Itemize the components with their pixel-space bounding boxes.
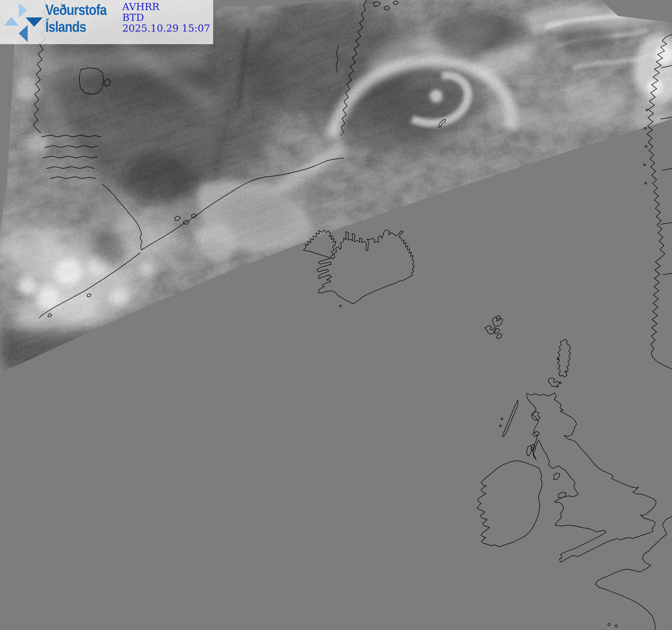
org-name: Veðurstofa Íslands	[45, 1, 106, 35]
coastline-norway-islet	[645, 182, 647, 184]
coastline-vestmannaeyjar	[339, 305, 341, 307]
satellite-swath	[0, 0, 672, 630]
logo-triangle-down-icon	[26, 17, 43, 27]
product-channel: BTD	[122, 12, 210, 23]
coastline-norway-fjord	[663, 273, 672, 275]
logo-triangle-left-icon	[19, 25, 28, 42]
faroe-isle	[492, 317, 503, 326]
grain-noise-layer	[0, 0, 672, 630]
coastline-norway-islet	[645, 146, 647, 147]
faroe-isle	[494, 328, 500, 334]
coastline-iceland	[303, 230, 414, 304]
org-name-line2: Íslands	[45, 18, 106, 35]
coastline-orkney-islet	[559, 382, 561, 384]
coastline-skye	[532, 412, 541, 420]
coastline-faroe	[485, 315, 503, 339]
logo-triangle-up-icon	[4, 17, 19, 26]
org-name-line1: Veðurstofa	[45, 1, 106, 18]
coastline-great-britain	[527, 393, 656, 562]
satellite-image	[0, 0, 672, 630]
met-office-logo	[1, 0, 45, 44]
faroe-isle	[496, 334, 502, 339]
coastline-france	[595, 516, 672, 630]
coastline-norway-islet	[644, 164, 645, 166]
coastline-foula	[557, 358, 559, 360]
faroe-isle	[496, 315, 501, 319]
coastline-orkney-islet	[556, 386, 558, 387]
logo-triangle-right-icon	[19, 3, 27, 18]
product-info: AVHRR BTD 2025.10.29 15:07	[122, 1, 210, 34]
coastline-hebrides-islet	[500, 425, 501, 427]
coastline-isle-of-man	[554, 473, 559, 480]
coastline-outer-hebrides	[502, 400, 518, 437]
coastline-ireland	[477, 461, 542, 547]
coastline-shetland	[558, 339, 571, 377]
coastline-norway-fjord	[662, 169, 672, 170]
coastline-channel-island	[615, 625, 618, 627]
header-overlay: Veðurstofa Íslands AVHRR BTD 2025.10.29 …	[0, 0, 213, 44]
coastline-anglesey	[558, 492, 566, 498]
coastline-hebrides-islet	[501, 418, 503, 420]
product-datetime: 2025.10.29 15:07	[122, 23, 210, 34]
satellite-product-page: Veðurstofa Íslands AVHRR BTD 2025.10.29 …	[0, 0, 672, 630]
coastline-norway-fjord	[660, 222, 672, 224]
product-sensor: AVHRR	[122, 1, 210, 12]
coastline-norway-islet	[644, 127, 646, 129]
coastline-channel-island	[608, 623, 610, 626]
coastline-fair-isle	[565, 371, 567, 373]
